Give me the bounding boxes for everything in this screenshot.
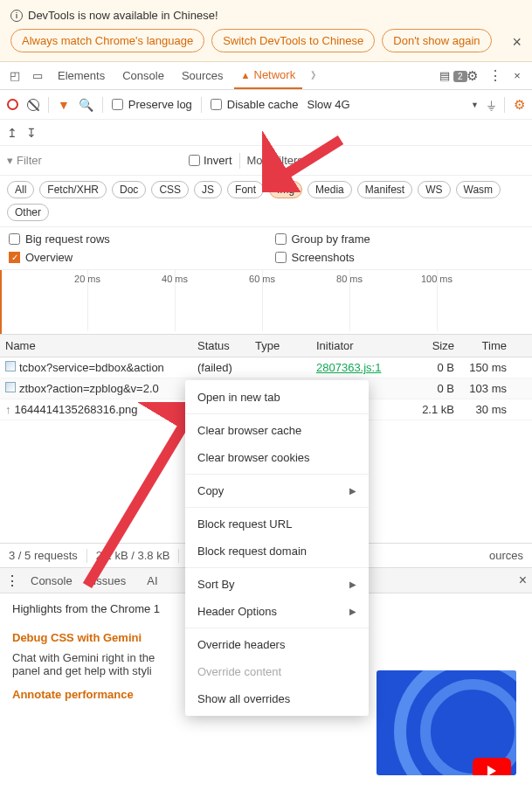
chevron-right-icon: ▶ — [349, 579, 356, 589]
ctx-show-overrides[interactable]: Show all overrides — [185, 685, 369, 712]
clear-icon[interactable] — [27, 99, 39, 111]
summary-transfer: 2.1 kB / 3.8 kB — [96, 549, 170, 562]
more-filters-button[interactable]: More filters▼ — [247, 154, 316, 167]
type-chip-js[interactable]: JS — [194, 181, 222, 198]
drawer-tab-issues[interactable]: Issues — [85, 574, 135, 587]
col-time[interactable]: Time — [459, 339, 512, 352]
inspect-icon[interactable]: ◰ — [5, 69, 24, 82]
type-chip-ws[interactable]: WS — [418, 181, 450, 198]
disable-cache-checkbox[interactable]: Disable cache — [211, 98, 299, 111]
timeline-tick: 60 ms — [249, 274, 275, 284]
info-icon: i — [10, 10, 23, 22]
type-chip-img[interactable]: Img — [269, 181, 302, 198]
preserve-log-checkbox[interactable]: Preserve log — [112, 98, 192, 111]
type-chip-wasm[interactable]: Wasm — [456, 181, 501, 198]
image-file-icon — [5, 382, 16, 392]
timeline-overview[interactable]: 20 ms40 ms60 ms80 ms100 ms — [0, 270, 532, 335]
more-icon[interactable]: ⋮ — [485, 67, 504, 84]
checked-icon: ✓ — [9, 252, 20, 263]
switch-language-button[interactable]: Switch DevTools to Chinese — [211, 29, 375, 52]
ctx-header-options[interactable]: Header Options▶ — [185, 598, 369, 625]
ctx-open-new-tab[interactable]: Open in new tab — [185, 384, 369, 411]
ctx-clear-cache[interactable]: Clear browser cache — [185, 417, 369, 444]
close-drawer-icon[interactable]: × — [519, 572, 527, 588]
ctx-override-headers[interactable]: Override headers — [185, 631, 369, 658]
throttling-caret-icon[interactable]: ▼ — [471, 101, 479, 109]
network-toolbar: ▼ 🔍 Preserve log Disable cache Slow 4G ▼… — [0, 90, 532, 120]
drawer-tab-ai[interactable]: AI — [138, 574, 166, 587]
timeline-tick: 20 ms — [74, 274, 100, 284]
invert-checkbox[interactable]: Invert — [189, 154, 232, 167]
tab-elements[interactable]: Elements — [51, 62, 112, 89]
filter-toggle-icon[interactable]: ▼ — [58, 98, 70, 112]
more-tabs-icon[interactable]: 》 — [306, 69, 325, 82]
group-frame-checkbox[interactable]: Group by frame — [275, 232, 524, 246]
type-chip-font[interactable]: Font — [227, 181, 264, 198]
display-options: Big request rows Group by frame ✓Overvie… — [0, 227, 532, 270]
warning-icon: ▲ — [241, 70, 251, 80]
tab-sources[interactable]: Sources — [175, 62, 231, 89]
close-icon[interactable]: × — [512, 33, 522, 52]
upload-icon: ↑ — [5, 403, 11, 416]
throttling-select[interactable]: Slow 4G — [307, 98, 350, 111]
drawer-more-icon[interactable]: ⋮ — [5, 572, 18, 589]
chevron-right-icon: ▶ — [349, 607, 356, 616]
main-tabs: ◰ ▭ Elements Console Sources ▲Network 》 … — [0, 62, 532, 90]
timeline-tick: 100 ms — [421, 274, 453, 284]
dont-show-button[interactable]: Don't show again — [382, 29, 491, 52]
screenshots-checkbox[interactable]: Screenshots — [275, 251, 524, 264]
type-chip-css[interactable]: CSS — [151, 181, 189, 198]
record-icon[interactable] — [7, 99, 18, 110]
col-type[interactable]: Type — [250, 339, 311, 352]
timeline-tick: 80 ms — [336, 274, 363, 284]
col-status[interactable]: Status — [192, 339, 250, 352]
filter-row: ▾ Filter Invert More filters▼ — [0, 146, 532, 176]
search-icon[interactable]: 🔍 — [79, 98, 93, 112]
device-icon[interactable]: ▭ — [28, 69, 47, 82]
initiator-link[interactable]: 2807363.js:1 — [316, 361, 381, 374]
type-chip-fetchxhr[interactable]: Fetch/XHR — [39, 181, 107, 198]
video-thumbnail[interactable] — [377, 670, 516, 775]
summary-requests: 3 / 5 requests — [9, 549, 78, 562]
ctx-override-content: Override content — [185, 658, 369, 685]
type-chip-media[interactable]: Media — [307, 181, 352, 198]
ctx-copy[interactable]: Copy▶ — [185, 477, 369, 504]
col-initiator[interactable]: Initiator — [311, 339, 407, 352]
ctx-sort-by[interactable]: Sort By▶ — [185, 571, 369, 598]
drawer-tab-console[interactable]: Console — [22, 574, 81, 587]
resource-type-filters: AllFetch/XHRDocCSSJSFontImgMediaManifest… — [0, 176, 532, 227]
download-har-icon[interactable]: ↧ — [26, 126, 37, 140]
image-file-icon — [5, 361, 16, 371]
network-conditions-icon[interactable]: ⏚ — [487, 97, 495, 112]
timeline-tick: 40 ms — [162, 274, 188, 284]
settings-icon[interactable]: ⚙ — [462, 68, 481, 84]
close-devtools-icon[interactable]: × — [508, 69, 527, 82]
import-export-toolbar: ↥ ↧ — [0, 120, 532, 146]
table-row[interactable]: tcbox?service=bdbox&action(failed)280736… — [0, 357, 532, 378]
type-chip-doc[interactable]: Doc — [112, 181, 146, 198]
ctx-clear-cookies[interactable]: Clear browser cookies — [185, 444, 369, 471]
filter-input[interactable]: ▾ Filter — [7, 154, 182, 167]
type-chip-other[interactable]: Other — [7, 204, 49, 221]
ctx-block-url[interactable]: Block request URL — [185, 510, 369, 538]
big-rows-checkbox[interactable]: Big request rows — [9, 232, 258, 246]
tab-network[interactable]: ▲Network — [234, 62, 303, 89]
overview-checkbox[interactable]: ✓Overview — [9, 251, 258, 264]
table-header: Name Status Type Initiator Size Time — [0, 335, 532, 357]
upload-har-icon[interactable]: ↥ — [7, 126, 17, 140]
funnel-icon: ▾ — [7, 154, 13, 167]
chevron-right-icon: ▶ — [349, 486, 356, 496]
col-name[interactable]: Name — [0, 339, 192, 352]
context-menu: Open in new tab Clear browser cache Clea… — [185, 380, 369, 716]
type-chip-manifest[interactable]: Manifest — [357, 181, 412, 198]
ctx-block-domain[interactable]: Block request domain — [185, 538, 369, 565]
youtube-icon — [473, 758, 511, 775]
network-settings-icon[interactable]: ⚙ — [514, 97, 525, 113]
tab-console[interactable]: Console — [115, 62, 171, 89]
language-banner: i DevTools is now available in Chinese! … — [0, 0, 532, 62]
issues-icon[interactable]: ▤2 — [439, 69, 459, 82]
col-size[interactable]: Size — [407, 339, 459, 352]
summary-resources: ources — [489, 549, 523, 562]
type-chip-all[interactable]: All — [7, 181, 34, 198]
match-language-button[interactable]: Always match Chrome's language — [10, 29, 204, 52]
